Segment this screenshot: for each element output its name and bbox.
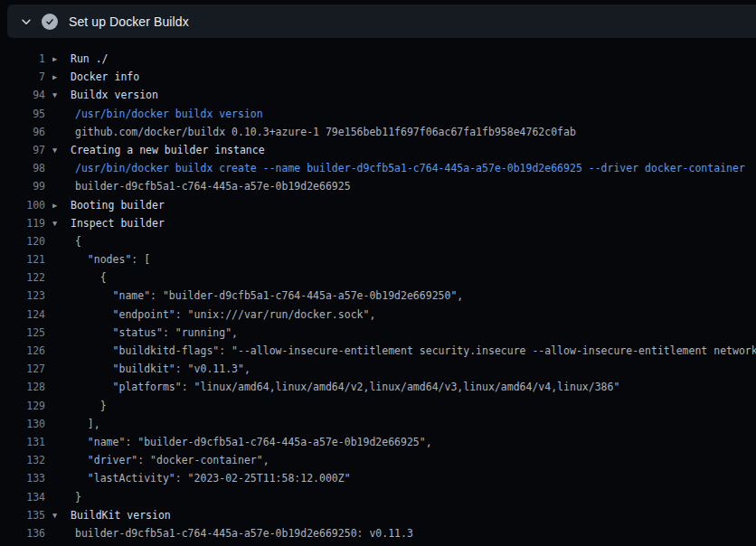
output-text: github.com/docker/buildx 0.10.3+azure-1 … (52, 123, 756, 141)
output-text: "name": "builder-d9cfb5a1-c764-445a-a57e… (52, 287, 756, 305)
line-number[interactable]: 125 (0, 324, 45, 342)
expander-down-icon: ▼ (52, 86, 71, 104)
line-number[interactable]: 135 (0, 506, 45, 524)
line-number[interactable]: 123 (0, 287, 45, 305)
log-line: 131 "name": "builder-d9cfb5a1-c764-445a-… (0, 433, 756, 451)
line-number[interactable]: 127 (0, 360, 45, 378)
line-number[interactable]: 7 (0, 68, 45, 86)
output-text: "driver": "docker-container", (52, 451, 756, 469)
group-title: Docker info (71, 71, 139, 83)
log-line: 122 { (0, 268, 756, 287)
log-line: 133 "lastActivity": "2023-02-25T11:58:12… (0, 469, 756, 487)
output-text: "nodes": [ (52, 250, 756, 268)
output-text: "platforms": "linux/amd64,linux/amd64/v2… (52, 378, 756, 396)
line-number[interactable]: 128 (0, 378, 45, 396)
log-line: 121 "nodes": [ (0, 250, 756, 268)
line-number[interactable]: 120 (0, 232, 45, 250)
line-number[interactable]: 97 (0, 141, 45, 159)
log-group-toggle[interactable]: 1▶Run ./ (0, 50, 756, 68)
line-number[interactable]: 121 (0, 250, 45, 268)
step-title: Set up Docker Buildx (69, 14, 189, 29)
log-line: 95/usr/bin/docker buildx version (0, 105, 756, 123)
log-line: 99builder-d9cfb5a1-c764-445a-a57e-0b19d2… (0, 177, 756, 195)
line-number[interactable]: 124 (0, 306, 45, 324)
line-number[interactable]: 100 (0, 196, 45, 214)
log-group-toggle[interactable]: 7▶Docker info (0, 68, 756, 86)
output-text: builder-d9cfb5a1-c764-445a-a57e-0b19d2e6… (52, 524, 756, 542)
log-group-toggle[interactable]: 97▼Creating a new builder instance (0, 141, 756, 159)
line-number[interactable]: 133 (0, 469, 45, 487)
line-number[interactable]: 134 (0, 488, 45, 506)
expander-right-icon: ▶ (52, 50, 71, 68)
log-line: 132 "driver": "docker-container", (0, 451, 756, 469)
group-title: Inspect builder (71, 217, 165, 230)
log-line: 134} (0, 488, 756, 506)
line-number[interactable]: 119 (0, 214, 45, 232)
log-line: 129 } (0, 397, 756, 415)
log-line: 128 "platforms": "linux/amd64,linux/amd6… (0, 378, 756, 396)
chevron-down-icon[interactable] (13, 5, 40, 38)
group-title: Buildx version (71, 89, 158, 101)
output-text: "buildkitd-flags": "--allow-insecure-ent… (52, 342, 756, 360)
output-text: "buildkit": "v0.11.3", (52, 360, 756, 378)
line-number[interactable]: 129 (0, 397, 45, 415)
expander-down-icon: ▼ (52, 141, 71, 159)
log-line: 127 "buildkit": "v0.11.3", (0, 360, 756, 378)
output-text: { (52, 268, 756, 287)
step-header[interactable]: Set up Docker Buildx (7, 5, 756, 38)
output-text: } (52, 488, 756, 506)
output-text: } (52, 397, 756, 415)
log-group-toggle[interactable]: 94▼Buildx version (0, 86, 756, 104)
line-number[interactable]: 130 (0, 415, 45, 433)
expander-down-icon: ▼ (52, 506, 71, 524)
log-group-toggle[interactable]: 100▶Booting builder (0, 196, 756, 214)
line-number[interactable]: 96 (0, 123, 45, 141)
line-number[interactable]: 94 (0, 86, 45, 104)
log-group-toggle[interactable]: 135▼BuildKit version (0, 506, 756, 524)
command-text: /usr/bin/docker buildx create --name bui… (52, 159, 756, 177)
log-line: 136builder-d9cfb5a1-c764-445a-a57e-0b19d… (0, 524, 756, 542)
group-title: Creating a new builder instance (71, 144, 265, 156)
expander-right-icon: ▶ (52, 196, 71, 214)
line-number[interactable]: 95 (0, 105, 45, 123)
log-group-toggle[interactable]: 119▼Inspect builder (0, 214, 756, 232)
line-number[interactable]: 126 (0, 342, 45, 360)
log-line: 96github.com/docker/buildx 0.10.3+azure-… (0, 123, 756, 141)
output-text: builder-d9cfb5a1-c764-445a-a57e-0b19d2e6… (52, 177, 756, 195)
line-number[interactable]: 132 (0, 451, 45, 469)
output-text: "name": "builder-d9cfb5a1-c764-445a-a57e… (52, 433, 756, 451)
output-text: "status": "running", (52, 324, 756, 342)
group-title: Booting builder (71, 199, 165, 212)
log-line: 123 "name": "builder-d9cfb5a1-c764-445a-… (0, 287, 756, 305)
command-text: /usr/bin/docker buildx version (52, 105, 756, 123)
line-number[interactable]: 136 (0, 524, 45, 542)
output-text: ], (52, 415, 756, 433)
log-line: 126 "buildkitd-flags": "--allow-insecure… (0, 342, 756, 360)
output-text: "endpoint": "unix:///var/run/docker.sock… (52, 306, 756, 324)
log-line: 124 "endpoint": "unix:///var/run/docker.… (0, 306, 756, 324)
line-number[interactable]: 122 (0, 268, 45, 287)
expander-right-icon: ▶ (52, 68, 71, 86)
check-circle-icon (42, 14, 58, 30)
line-number[interactable]: 1 (0, 50, 45, 68)
output-text: "lastActivity": "2023-02-25T11:58:12.000… (52, 469, 756, 487)
group-title: Run ./ (71, 52, 109, 65)
output-text: { (52, 232, 756, 250)
line-number[interactable]: 99 (0, 177, 45, 195)
line-number[interactable]: 131 (0, 433, 45, 451)
expander-down-icon: ▼ (52, 214, 71, 232)
log-line: 98/usr/bin/docker buildx create --name b… (0, 159, 756, 177)
log-line: 120{ (0, 232, 756, 250)
line-number[interactable]: 98 (0, 159, 45, 177)
log-line: 130 ], (0, 415, 756, 433)
group-title: BuildKit version (71, 509, 171, 522)
log-viewer: 1▶Run ./7▶Docker info94▼Buildx version95… (0, 50, 756, 546)
log-line: 125 "status": "running", (0, 324, 756, 342)
